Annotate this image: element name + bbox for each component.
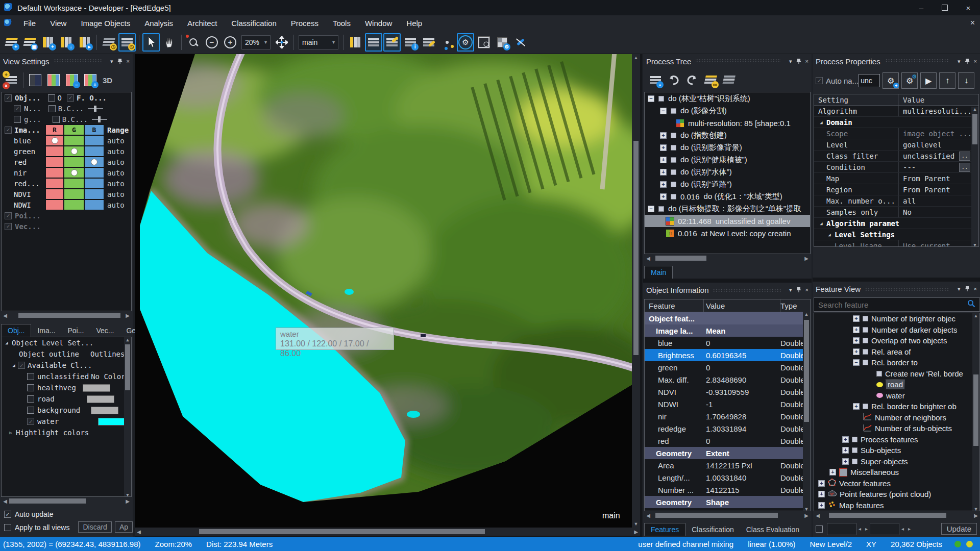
feature-item[interactable]: +Overlap of two objects [814,335,979,346]
previous-process-button[interactable]: ↑ [939,72,955,89]
panel-drag-handle[interactable] [885,59,949,63]
discard-button[interactable]: Discard [78,521,111,533]
layer-row[interactable]: green auto [2,146,131,157]
close-panel-icon[interactable]: × [974,286,977,292]
expand-icon[interactable]: + [842,436,849,443]
collapse-icon[interactable]: − [648,206,654,212]
feature-item[interactable]: Number of neighbors [814,412,979,423]
expand-icon[interactable]: + [660,169,667,176]
close-button[interactable]: × [957,0,980,15]
undo-button[interactable] [665,71,682,89]
property-row[interactable]: Max. number o...all [814,195,978,207]
n-checkbox[interactable] [14,105,21,112]
close-panel-icon[interactable]: × [974,58,977,64]
execute-settings-button[interactable]: ⚙⚙ [901,72,918,89]
column-type[interactable]: Type [780,302,810,310]
image-layers-checkbox[interactable] [5,127,12,134]
expand-icon[interactable]: + [829,469,836,475]
outline-label[interactable]: Object outline [19,350,79,358]
menu-classification[interactable]: Classification [224,15,283,31]
tab-object-levels[interactable]: Obj... [1,324,31,337]
property-row[interactable]: Algorithmmultiresoluti... [814,106,978,117]
3d-view-button[interactable]: 3D [103,76,112,85]
edit-condition-button[interactable]: .. [959,163,970,172]
three-layer-mix-button[interactable] [45,71,62,89]
property-row[interactable]: Levelgoallevel [814,139,978,151]
feature-row[interactable]: blue0Double [645,337,810,349]
process-properties-header[interactable]: Process Properties ▾ × [813,54,980,68]
add-project-button[interactable]: + [39,33,57,52]
search-feature-input[interactable] [814,300,967,309]
feature-item[interactable]: +Number of darker objects [814,324,979,336]
feature-max-input[interactable] [870,523,899,535]
zoom-out-button[interactable]: − [203,33,220,52]
feature-row[interactable]: nir1.70649828Double [645,410,810,422]
feature-group-row[interactable]: Object feat... [645,312,810,324]
close-panel-icon[interactable]: × [805,58,808,64]
expand-icon[interactable]: + [818,491,825,497]
execute-process-button[interactable]: ▶ [920,72,937,89]
feature-item[interactable]: Create new 'Rel. borde [814,368,979,380]
feature-row[interactable]: red0Double [645,435,810,447]
menu-view[interactable]: View [43,15,74,31]
pin-icon[interactable] [117,58,122,64]
feature-item[interactable]: Number of sub-objects [814,423,979,434]
process-item[interactable]: +0.016do (优化1：“水域”类型) [645,190,810,203]
feature-item[interactable]: +Number of brighter objec [814,313,979,324]
feature-row[interactable]: Area14122115 PxlDouble [645,459,810,471]
tab-classification[interactable]: Classification [685,523,740,536]
maximize-button[interactable] [933,0,957,15]
feature-view-hscrollbar[interactable]: ◀▶ [814,511,980,519]
class-checkbox[interactable] [27,384,34,391]
expand-icon[interactable]: + [660,193,667,200]
view-samples-button[interactable] [420,33,437,52]
class-color-swatch[interactable] [91,407,118,414]
save-workspace-button[interactable]: ▣ [21,33,38,52]
property-group-row[interactable]: ◢Domain [814,117,978,128]
viewer-hscrollbar[interactable]: ◀▶ [135,528,640,536]
feature-item[interactable]: +Sub-objects [814,445,979,456]
g-checkbox[interactable] [14,116,21,123]
object-info-hscrollbar[interactable]: ◀▶ [644,511,811,519]
max-increment-arrow[interactable]: ▸ [908,526,911,532]
feature-item-selected[interactable]: road [814,379,979,390]
menu-file[interactable]: File [16,15,43,31]
close-panel-icon[interactable]: × [127,58,130,64]
process-item[interactable]: multi-resolution: 85 [shape:0.1 [645,117,810,129]
property-group-row[interactable]: ◢Level Settings [814,229,978,240]
view-classification-button[interactable] [383,33,401,52]
feature-group-row[interactable]: GeometryShape [645,496,810,508]
menu-help[interactable]: Help [399,15,429,31]
class-color-swatch[interactable] [83,385,110,391]
shift-layers-up-button[interactable]: + [82,71,99,89]
class-checkbox[interactable] [27,418,34,425]
expand-icon[interactable]: + [853,348,860,355]
viewer-vscrollbar[interactable]: ▲▼ [632,54,640,528]
process-tree-header[interactable]: Process Tree ▾ × [643,54,812,68]
menu-process[interactable]: Process [284,15,326,31]
channel-radio[interactable] [71,169,78,176]
feature-item[interactable]: +Rel. border to brighter ob [814,401,979,412]
feature-group-row[interactable]: GeometryExtent [645,447,810,459]
feature-range-checkbox[interactable] [816,525,823,533]
zoom-in-button[interactable]: + [222,33,239,52]
feature-item[interactable]: +Point features (point cloud) [814,489,979,500]
class-color-swatch[interactable] [99,418,125,425]
expand-icon[interactable]: + [660,132,667,139]
column-g[interactable]: G [64,124,84,135]
panel-drag-handle[interactable] [695,59,781,63]
panel-drag-handle[interactable] [713,288,781,292]
feature-row[interactable]: rededge1.30331894Double [645,422,810,435]
edit-layer-mixing-button[interactable]: +× [3,71,20,89]
feature-item[interactable]: +Super-objects [814,456,979,467]
feature-row[interactable]: Max. diff.2.83488690Double [645,373,810,386]
feature-item[interactable]: +Rel. area of [814,346,979,358]
process-item[interactable]: +do (识别“水体”) [645,166,810,178]
process-item-selected[interactable]: 02:11.468unclassified at goallev [645,215,810,227]
class-row[interactable]: water [2,416,131,427]
menu-analysis[interactable]: Analysis [137,15,180,31]
tab-vectors[interactable]: Vec... [90,324,120,337]
transparency-slider[interactable] [88,108,103,109]
active-view-dropdown[interactable]: main▾ [299,35,338,49]
object-information-header[interactable]: Object Information ▾ × [643,283,812,297]
